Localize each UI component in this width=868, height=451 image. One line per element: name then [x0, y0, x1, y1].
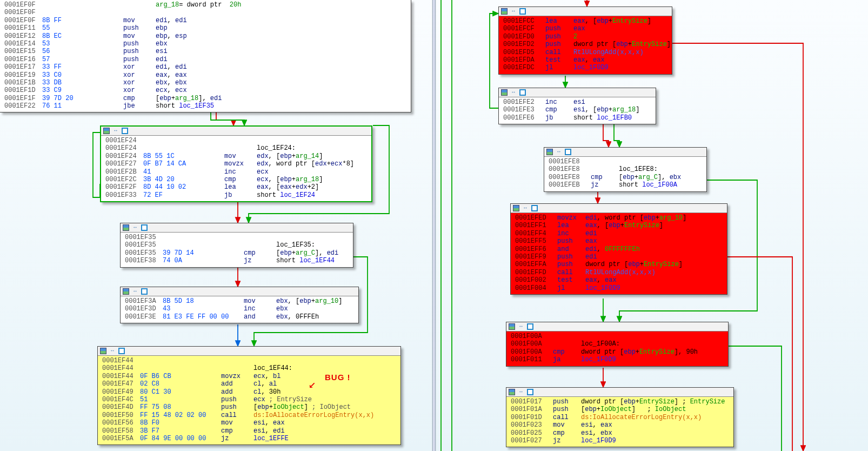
- block-1ef44-bug[interactable]: ↔ 0001EF440001EF44loc_1EF44:0001EF440F B…: [97, 346, 401, 445]
- block-func-entry[interactable]: 0001EF0Farg_18= dword ptr 20h0001EF0F000…: [0, 0, 411, 112]
- bug-arrow-icon: ↙: [309, 378, 316, 392]
- block-1f017[interactable]: ↔ 0001F017pushdword ptr [ebp+EntrySize] …: [506, 387, 734, 447]
- swap-icon: ↔: [113, 128, 118, 134]
- block-1efe8[interactable]: ↔ 0001EFE80001EFE8loc_1EFE8:0001EFE8cmp[…: [544, 147, 707, 192]
- block-1f00a[interactable]: ↔ 0001F00A0001F00Aloc_1F00A:0001F00Acmpd…: [506, 322, 729, 367]
- block-1ef24-loop[interactable]: ↔ 0001EF240001EF24loc_1EF24:0001EF248B 5…: [100, 125, 372, 202]
- right-pane[interactable]: ↔ 0001EFCCleaeax, [ebp+EntrySize]0001EFC…: [436, 0, 868, 451]
- bug-annotation: BUG !: [325, 373, 351, 382]
- block-titlebar: ↔: [101, 127, 371, 136]
- block-1ef3a[interactable]: ↔ 0001EF3A8B 5D 18movebx, [ebp+arg_10]00…: [120, 287, 359, 323]
- block-1ef35[interactable]: ↔ 0001EF350001EF35loc_1EF35:0001EF3539 7…: [120, 223, 353, 268]
- block-1efcc[interactable]: ↔ 0001EFCCleaeax, [ebp+EntrySize]0001EFC…: [498, 6, 672, 75]
- graph-icon: [103, 128, 110, 134]
- block-1efe2[interactable]: ↔ 0001EFE2incesi0001EFE3cmpesi, [ebp+arg…: [498, 88, 656, 124]
- grid-icon: [122, 128, 128, 134]
- block-1efed[interactable]: ↔ 0001EFEDmovzxedi, word ptr [ebp+arg_10…: [510, 203, 727, 295]
- left-pane[interactable]: 0001EF0Farg_18= dword ptr 20h0001EF0F000…: [0, 0, 432, 451]
- canvas: 0001EF0Farg_18= dword ptr 20h0001EF0F000…: [0, 0, 868, 451]
